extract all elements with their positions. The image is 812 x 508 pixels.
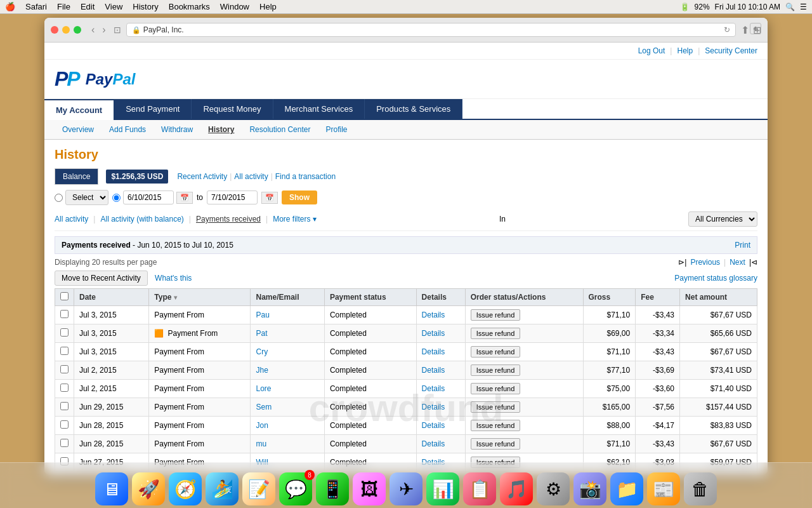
all-activity-balance-filter[interactable]: All activity (with balance) <box>100 215 183 224</box>
status-glossary-link[interactable]: Payment status glossary <box>674 274 757 283</box>
whats-this-link[interactable]: What's this <box>155 274 192 283</box>
row-name-link[interactable]: Pat <box>256 329 267 338</box>
row-name-link[interactable]: Sem <box>256 403 272 411</box>
row-details-link[interactable]: Details <box>422 421 445 430</box>
row-checkbox[interactable] <box>60 328 69 337</box>
row-checkbox[interactable] <box>60 384 69 392</box>
dock-photos[interactable]: 🖼 <box>353 472 386 505</box>
issue-refund-button[interactable]: Issue refund <box>471 364 521 376</box>
payments-received-filter[interactable]: Payments received <box>196 215 261 224</box>
close-button[interactable] <box>51 26 58 34</box>
minimize-button[interactable] <box>62 26 70 34</box>
row-checkbox[interactable] <box>60 347 69 355</box>
tab-products-services[interactable]: Products & Services <box>365 99 462 119</box>
issue-refund-button[interactable]: Issue refund <box>471 309 521 321</box>
issue-refund-button[interactable]: Issue refund <box>471 346 521 358</box>
select-all-checkbox[interactable] <box>60 292 69 300</box>
show-button[interactable]: Show <box>282 190 317 204</box>
menu-file[interactable]: File <box>57 2 70 11</box>
row-details-link[interactable]: Details <box>422 366 445 375</box>
subnav-history[interactable]: History <box>200 123 242 137</box>
row-checkbox[interactable] <box>60 439 69 447</box>
row-checkbox[interactable] <box>60 402 69 410</box>
issue-refund-button[interactable]: Issue refund <box>471 401 521 413</box>
address-bar[interactable]: 🔒 PayPal, Inc. ↻ <box>126 23 736 37</box>
row-name-link[interactable]: Pau <box>256 311 269 319</box>
calendar-from-button[interactable]: 📅 <box>176 192 193 204</box>
search-icon[interactable]: 🔍 <box>785 3 795 11</box>
row-checkbox[interactable] <box>60 365 69 373</box>
row-details-link[interactable]: Details <box>422 439 445 448</box>
all-activity-filter[interactable]: All activity <box>55 215 88 224</box>
subnav-withdraw[interactable]: Withdraw <box>154 123 200 137</box>
tab-view-button[interactable]: ⊡ <box>114 25 121 35</box>
print-link[interactable]: Print <box>735 241 750 250</box>
logout-link[interactable]: Log Out <box>638 46 665 55</box>
date-from-input[interactable] <box>123 190 174 204</box>
row-name-link[interactable]: Lore <box>256 384 271 393</box>
dock-screen[interactable]: 📸 <box>573 472 606 505</box>
dock-notes[interactable]: 📝 <box>242 472 275 505</box>
menu-view[interactable]: View <box>105 2 122 11</box>
apple-menu[interactable]: 🍎 <box>5 2 15 11</box>
refresh-icon[interactable]: ↻ <box>724 25 730 34</box>
issue-refund-button[interactable]: Issue refund <box>471 328 521 339</box>
row-details-link[interactable]: Details <box>422 384 445 393</box>
menu-safari[interactable]: Safari <box>25 2 47 11</box>
select-radio[interactable] <box>55 194 63 202</box>
dock-keynote[interactable]: ✈ <box>390 472 422 505</box>
dock-safari[interactable]: 🧭 <box>169 472 202 505</box>
row-details-link[interactable]: Details <box>422 403 445 411</box>
row-name-link[interactable]: Jhe <box>256 366 268 375</box>
security-center-link[interactable]: Security Center <box>705 46 757 55</box>
maximize-button[interactable] <box>74 26 81 34</box>
subnav-add-funds[interactable]: Add Funds <box>102 123 154 137</box>
row-name-link[interactable]: mu <box>256 439 266 448</box>
row-name-link[interactable]: Cry <box>256 347 268 356</box>
dock-trash[interactable]: 🗑 <box>684 472 717 505</box>
filter-select[interactable]: Select <box>65 190 108 205</box>
dock-finder[interactable]: 🖥 <box>95 472 128 505</box>
subnav-resolution-center[interactable]: Resolution Center <box>242 123 318 137</box>
currency-select[interactable]: All Currencies <box>688 211 757 227</box>
row-checkbox[interactable] <box>60 310 69 318</box>
menu-help[interactable]: Help <box>259 2 277 11</box>
menu-window[interactable]: Window <box>220 2 249 11</box>
more-filters-button[interactable]: More filters ▾ <box>273 215 317 224</box>
move-to-recent-button[interactable]: Move to Recent Activity <box>55 271 148 286</box>
dock-launchpad[interactable]: 🚀 <box>132 472 165 505</box>
date-range-radio[interactable] <box>112 194 121 202</box>
dock-surfer[interactable]: 🏄 <box>206 472 239 505</box>
dock-music[interactable]: 🎵 <box>500 472 533 505</box>
dock-files[interactable]: 📁 <box>610 472 643 505</box>
subnav-profile[interactable]: Profile <box>318 123 355 137</box>
row-checkbox[interactable] <box>60 420 69 429</box>
tab-merchant-services[interactable]: Merchant Services <box>273 99 365 119</box>
recent-activity-link[interactable]: Recent Activity <box>177 172 227 181</box>
balance-tab[interactable]: Balance <box>55 169 98 184</box>
menu-history[interactable]: History <box>133 2 158 11</box>
dock-facetime[interactable]: 📱 <box>316 472 349 505</box>
dock-pages[interactable]: 📋 <box>463 472 496 505</box>
new-tab-button[interactable]: + <box>750 23 761 34</box>
row-details-link[interactable]: Details <box>422 329 445 338</box>
back-button[interactable]: ‹ <box>89 24 97 36</box>
row-details-link[interactable]: Details <box>422 347 445 356</box>
issue-refund-button[interactable]: Issue refund <box>471 438 521 450</box>
calendar-to-button[interactable]: 📅 <box>261 192 278 204</box>
help-link[interactable]: Help <box>677 46 693 55</box>
all-activity-link[interactable]: All activity <box>234 172 268 181</box>
sort-icon[interactable]: ▾ <box>174 294 177 301</box>
issue-refund-button[interactable]: Issue refund <box>471 383 521 394</box>
row-details-link[interactable]: Details <box>422 311 445 319</box>
tab-send-payment[interactable]: Send Payment <box>114 99 192 119</box>
subnav-overview[interactable]: Overview <box>55 123 102 137</box>
menu-edit[interactable]: Edit <box>81 2 95 11</box>
tab-my-account[interactable]: My Account <box>44 99 114 120</box>
issue-refund-button[interactable]: Issue refund <box>471 420 521 431</box>
date-to-input[interactable] <box>207 190 258 204</box>
find-transaction-link[interactable]: Find a transaction <box>275 172 336 181</box>
dock-numbers[interactable]: 📊 <box>426 472 459 505</box>
previous-link[interactable]: Previous <box>690 258 720 267</box>
tab-request-money[interactable]: Request Money <box>192 99 273 119</box>
